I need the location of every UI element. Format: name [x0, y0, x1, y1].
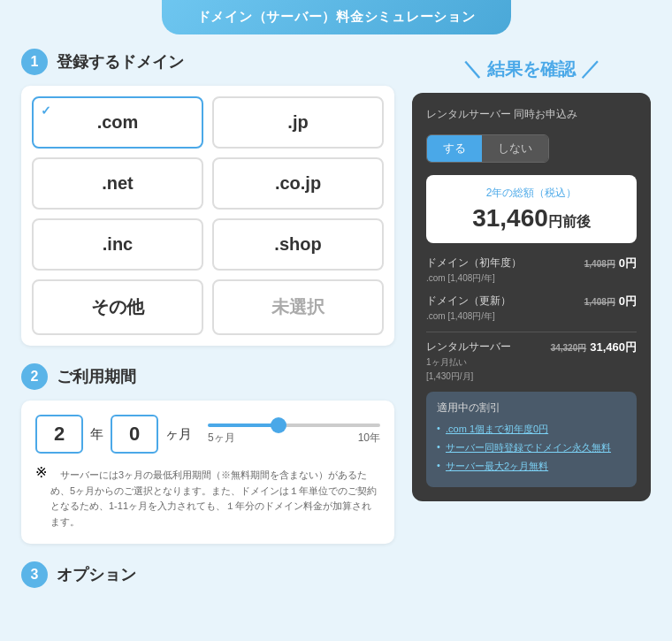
section-3-number: 3 [21, 561, 48, 588]
section-1-header: 1 登録するドメイン [21, 49, 394, 75]
section-2-number: 2 [21, 363, 48, 390]
section-3-title: オプション [57, 564, 136, 585]
month-input[interactable] [111, 415, 158, 454]
domain-item-com[interactable]: ✓ .com [32, 96, 203, 149]
section-3-header: 3 オプション [21, 561, 394, 588]
breakdown-left-0: ドメイン（初年度） .com [1,408円/年] [426, 256, 522, 285]
results-header: ＼ 結果を確認 ／ [412, 49, 651, 93]
check-icon: ✓ [41, 103, 51, 118]
breakdown-strike-0: 1,408円 [584, 259, 615, 269]
divider [426, 332, 637, 332]
section-3: 3 オプション [21, 561, 394, 599]
period-slider[interactable] [208, 424, 380, 427]
year-label: 年 [90, 426, 103, 443]
domain-jp-label: .jp [287, 112, 308, 132]
domain-unselected-label: 未選択 [271, 297, 325, 317]
domain-inc-label: .inc [103, 234, 133, 254]
breakdown-row-0: ドメイン（初年度） .com [1,408円/年] 1,408円0円 [426, 256, 637, 285]
period-inputs: 年 ヶ月 5ヶ月 10年 [35, 415, 380, 454]
total-price: 31,460円前後 [437, 204, 626, 233]
toggle-on-button[interactable]: する [427, 135, 482, 162]
note-symbol: ※ [35, 464, 47, 530]
slash-left: ＼ [462, 56, 482, 82]
year-input[interactable] [35, 415, 83, 454]
breakdown-title-2: レンタルサーバー [426, 340, 511, 353]
breakdown-amount-0: 0円 [619, 256, 637, 270]
note-text: サーバーには3ヶ月の最低利用期間（※無料期間を含まない）があるため、5ヶ月からの… [50, 468, 380, 530]
section-1-number: 1 [21, 49, 48, 75]
domain-item-unselected[interactable]: 未選択 [212, 279, 384, 335]
domain-item-inc[interactable]: .inc [32, 218, 203, 271]
breakdown-left-2: レンタルサーバー 1ヶ月払い [1,430円/月] [426, 340, 511, 383]
toggle-label: レンタルサーバー 同時お申込み [426, 107, 577, 122]
results-card: レンタルサーバー 同時お申込み する しない 2年の総額（税込） 31,460円… [412, 93, 651, 501]
month-label: ヶ月 [165, 426, 192, 443]
toggle-btn-group: する しない [426, 134, 549, 163]
breakdown-right-0: 1,408円0円 [584, 256, 637, 271]
domain-item-jp[interactable]: .jp [212, 96, 384, 149]
breakdown-sub-0: .com [1,408円/年] [426, 272, 522, 285]
total-unit: 円前後 [548, 214, 591, 229]
toggle-buttons: する しない [426, 134, 637, 163]
breakdown-strike-1: 1,408円 [584, 297, 615, 307]
section-2-title: ご利用期間 [57, 366, 136, 387]
discount-section: 適用中の割引 .com 1個まで初年度0円 サーバー同時登録でドメイン永久無料 … [426, 392, 637, 487]
toggle-row: レンタルサーバー 同時お申込み [426, 107, 637, 122]
slider-max: 10年 [358, 431, 380, 446]
slider-labels: 5ヶ月 10年 [208, 431, 380, 446]
right-panel: ＼ 結果を確認 ／ レンタルサーバー 同時お申込み する しない 2年の総額（税… [412, 49, 651, 599]
domain-cojp-label: .co.jp [275, 173, 321, 193]
discount-title: 適用中の割引 [437, 401, 626, 416]
domain-item-cojp[interactable]: .co.jp [212, 157, 384, 210]
breakdown-row-2: レンタルサーバー 1ヶ月払い [1,430円/月] 34,320円31,460円 [426, 340, 637, 383]
breakdown-sub-2b: [1,430円/月] [426, 370, 511, 383]
slider-min: 5ヶ月 [208, 431, 235, 446]
breakdown-title-0: ドメイン（初年度） [426, 256, 522, 269]
domain-com-label: .com [97, 112, 139, 132]
breakdown-right-1: 1,408円0円 [584, 294, 637, 309]
header-tab: ドメイン（サーバー）料金シミュレーション [162, 0, 511, 34]
section-2: 2 ご利用期間 年 ヶ月 5ヶ月 10年 [21, 363, 394, 544]
domain-item-shop[interactable]: .shop [212, 218, 384, 271]
slider-container: 5ヶ月 10年 [208, 424, 380, 446]
breakdown-amount-2: 31,460円 [590, 340, 637, 354]
note-wrapper: ※ サーバーには3ヶ月の最低利用期間（※無料期間を含まない）があるため、5ヶ月か… [35, 464, 380, 530]
total-box: 2年の総額（税込） 31,460円前後 [426, 175, 637, 243]
breakdown-strike-2: 34,320円 [551, 343, 587, 353]
period-section: 年 ヶ月 5ヶ月 10年 ※ サーバーには3ヶ月の最低利用期間（※無料期間を含ま… [21, 401, 394, 544]
domain-net-label: .net [102, 173, 134, 193]
discount-item-1[interactable]: サーバー同時登録でドメイン永久無料 [437, 441, 626, 454]
domain-item-net[interactable]: .net [32, 157, 203, 210]
toggle-off-button[interactable]: しない [482, 135, 548, 162]
breakdown-sub-1: .com [1,408円/年] [426, 310, 511, 323]
discount-item-2[interactable]: サーバー最大2ヶ月無料 [437, 460, 626, 473]
domain-grid: ✓ .com .jp .net .co.jp .inc .shop [21, 86, 394, 346]
total-price-value: 31,460 [472, 204, 548, 232]
discount-item-0[interactable]: .com 1個まで初年度0円 [437, 423, 626, 436]
breakdown-amount-1: 0円 [619, 294, 637, 308]
total-label: 2年の総額（税込） [437, 186, 626, 201]
left-panel: 1 登録するドメイン ✓ .com .jp .net .co.jp .in [21, 49, 394, 599]
domain-other-label: その他 [91, 297, 144, 317]
section-1: 1 登録するドメイン ✓ .com .jp .net .co.jp .in [21, 49, 394, 346]
section-2-header: 2 ご利用期間 [21, 363, 394, 390]
slash-right: ／ [581, 56, 600, 82]
breakdown-row-1: ドメイン（更新） .com [1,408円/年] 1,408円0円 [426, 294, 637, 323]
domain-item-other[interactable]: その他 [32, 279, 203, 335]
breakdown-title-1: ドメイン（更新） [426, 294, 511, 307]
section-1-title: 登録するドメイン [57, 51, 184, 72]
breakdown-right-2: 34,320円31,460円 [551, 340, 637, 355]
domain-shop-label: .shop [274, 234, 321, 254]
results-title: 結果を確認 [487, 57, 576, 81]
header-title: ドメイン（サーバー）料金シミュレーション [197, 9, 476, 24]
breakdown-left-1: ドメイン（更新） .com [1,408円/年] [426, 294, 511, 323]
breakdown-sub-2a: 1ヶ月払い [426, 356, 511, 369]
